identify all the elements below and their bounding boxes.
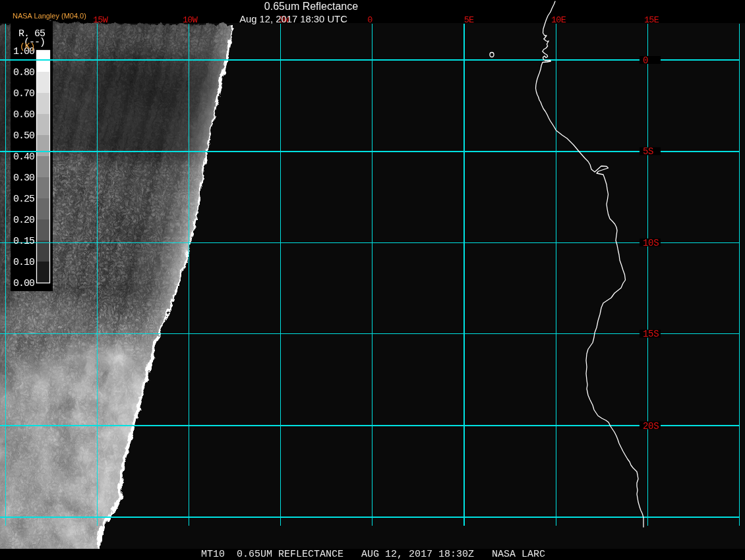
svg-text:0: 0: [367, 15, 372, 25]
svg-text:20S: 20S: [643, 421, 659, 432]
svg-text:0.40: 0.40: [13, 152, 35, 163]
svg-text:0.10: 0.10: [13, 257, 35, 268]
svg-text:15E: 15E: [644, 15, 659, 25]
svg-text:MT10 0.65UM REFLECTANCE AUG: MT10 0.65UM REFLECTANCE AUG 12, 2017 18:…: [201, 549, 545, 560]
svg-text:0.20: 0.20: [13, 215, 35, 226]
svg-text:5E: 5E: [464, 15, 474, 25]
svg-text:Aug 12, 2017 18:30 UTC: Aug 12, 2017 18:30 UTC: [239, 14, 347, 24]
svg-text:0.60: 0.60: [13, 109, 35, 121]
svg-text:15W: 15W: [93, 15, 109, 25]
svg-text:0.80: 0.80: [13, 67, 35, 78]
svg-text:0.25: 0.25: [13, 194, 35, 205]
svg-text:0.65um Reflectance: 0.65um Reflectance: [264, 1, 358, 12]
svg-text:(K): (K): [20, 42, 35, 51]
svg-text:10E: 10E: [551, 15, 566, 25]
svg-text:0.15: 0.15: [13, 236, 35, 247]
svg-text:0.30: 0.30: [13, 173, 35, 184]
svg-text:5S: 5S: [643, 146, 653, 157]
svg-text:0: 0: [643, 55, 648, 66]
svg-text:NASA Langley (M04.0): NASA Langley (M04.0): [13, 12, 86, 20]
svg-text:10W: 10W: [183, 15, 198, 25]
svg-text:15S: 15S: [643, 329, 659, 339]
svg-text:0.50: 0.50: [13, 130, 35, 142]
svg-text:0.00: 0.00: [13, 278, 35, 289]
svg-text:10S: 10S: [643, 238, 659, 248]
svg-text:0.70: 0.70: [13, 88, 35, 99]
